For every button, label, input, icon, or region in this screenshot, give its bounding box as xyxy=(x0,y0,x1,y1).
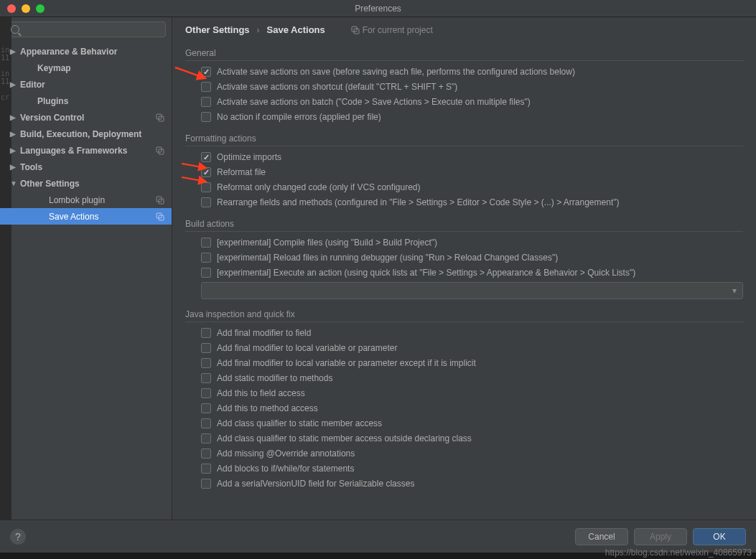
ok-button[interactable]: OK xyxy=(693,528,746,545)
option-row: Reformat file xyxy=(201,166,743,179)
option-label: Add this to field access xyxy=(217,388,305,398)
option-label: [experimental] Reload files in running d… xyxy=(217,253,558,263)
sidebar-item-appearance-behavior[interactable]: ▶Appearance & Behavior xyxy=(0,43,172,60)
checkbox[interactable] xyxy=(201,433,211,443)
sidebar-item-label: Save Actions xyxy=(49,212,98,222)
checkbox[interactable] xyxy=(201,388,211,398)
sidebar-item-label: Version Control xyxy=(20,113,84,123)
option-row: Add class qualifier to static member acc… xyxy=(201,417,743,430)
checkbox[interactable] xyxy=(201,268,211,278)
checkbox[interactable] xyxy=(201,67,211,77)
checkbox[interactable] xyxy=(201,358,211,368)
option-label: [experimental] Execute an action (using … xyxy=(217,268,635,278)
option-label: Activate save actions on shortcut (defau… xyxy=(217,82,457,92)
option-row: Add missing @Override annotations xyxy=(201,447,743,460)
titlebar: Preferences xyxy=(0,0,756,17)
sidebar-item-label: Other Settings xyxy=(20,179,80,189)
sidebar-item-languages-frameworks[interactable]: ▶Languages & Frameworks xyxy=(0,142,172,159)
option-row: [experimental] Reload files in running d… xyxy=(201,251,743,264)
project-scope-icon xyxy=(156,196,164,205)
chevron-right-icon: › xyxy=(257,25,260,35)
cancel-button[interactable]: Cancel xyxy=(575,528,628,545)
section-general-title: General xyxy=(185,48,743,61)
checkbox[interactable] xyxy=(201,82,211,92)
breadcrumb-root[interactable]: Other Settings xyxy=(185,24,250,35)
option-label: Rearrange fields and methods (configured… xyxy=(217,197,619,207)
sidebar-item-label: Editor xyxy=(20,80,45,90)
apply-button[interactable]: Apply xyxy=(634,528,687,545)
checkbox[interactable] xyxy=(201,418,211,428)
checkbox[interactable] xyxy=(201,112,211,122)
checkbox[interactable] xyxy=(201,373,211,383)
sidebar-item-lombok-plugin[interactable]: Lombok plugin xyxy=(0,192,172,208)
option-row: Add a serialVersionUID field for Seriali… xyxy=(201,477,743,490)
help-button[interactable]: ? xyxy=(10,529,26,545)
sidebar-item-save-actions[interactable]: Save Actions xyxy=(0,208,172,225)
sidebar-item-other-settings[interactable]: ▼Other Settings xyxy=(0,175,172,192)
option-label: Add class qualifier to static member acc… xyxy=(217,418,382,428)
settings-tree: ▶Appearance & BehaviorKeymap▶EditorPlugi… xyxy=(0,42,172,520)
checkbox[interactable] xyxy=(201,403,211,413)
breadcrumb: Other Settings › Save Actions For curren… xyxy=(185,24,743,35)
sidebar-item-label: Appearance & Behavior xyxy=(20,47,117,57)
option-label: Activate save actions on batch ("Code > … xyxy=(217,97,531,107)
checkbox[interactable] xyxy=(201,238,211,248)
option-label: Add final modifier to field xyxy=(217,328,311,338)
sidebar-item-plugins[interactable]: Plugins xyxy=(0,93,172,109)
option-row: Optimize imports xyxy=(201,151,743,164)
execute-action-select[interactable] xyxy=(201,282,743,299)
option-label: Add this to method access xyxy=(217,403,318,413)
section-java-title: Java inspection and quick fix xyxy=(185,309,743,322)
checkbox[interactable] xyxy=(201,182,211,192)
sidebar-item-label: Languages & Frameworks xyxy=(20,146,127,156)
sidebar-item-label: Build, Execution, Deployment xyxy=(20,129,141,139)
sidebar-item-editor[interactable]: ▶Editor xyxy=(0,76,172,93)
scope-text: For current project xyxy=(363,25,433,35)
option-label: Activate save actions on save (before sa… xyxy=(217,67,575,77)
search-input[interactable] xyxy=(6,22,166,37)
checkbox[interactable] xyxy=(201,464,211,474)
option-label: Optimize imports xyxy=(217,152,281,162)
option-row: Reformat only changed code (only if VCS … xyxy=(201,181,743,194)
sidebar-item-label: Lombok plugin xyxy=(49,195,105,205)
search-icon xyxy=(11,25,19,34)
option-row: Add class qualifier to static member acc… xyxy=(201,432,743,445)
option-row: [experimental] Execute an action (using … xyxy=(201,266,743,279)
sidebar-item-tools[interactable]: ▶Tools xyxy=(0,159,172,175)
section-general: Activate save actions on save (before sa… xyxy=(185,65,743,123)
option-row: Activate save actions on save (before sa… xyxy=(201,65,743,78)
checkbox[interactable] xyxy=(201,253,211,263)
option-row: Rearrange fields and methods (configured… xyxy=(201,196,743,209)
option-row: Add static modifier to methods xyxy=(201,372,743,385)
sidebar-item-version-control[interactable]: ▶Version Control xyxy=(0,109,172,126)
checkbox[interactable] xyxy=(201,479,211,489)
option-row: Add final modifier to local variable or … xyxy=(201,342,743,354)
option-label: No action if compile errors (applied per… xyxy=(217,112,381,122)
option-row: No action if compile errors (applied per… xyxy=(201,111,743,123)
window-title: Preferences xyxy=(0,4,756,14)
section-formatting-title: Formatting actions xyxy=(185,133,743,146)
tree-arrow-icon: ▶ xyxy=(10,163,17,171)
breadcrumb-leaf: Save Actions xyxy=(267,24,325,35)
option-row: Activate save actions on shortcut (defau… xyxy=(201,80,743,93)
checkbox[interactable] xyxy=(201,343,211,353)
tree-arrow-icon: ▶ xyxy=(10,113,17,121)
sidebar-item-build-execution-deployment[interactable]: ▶Build, Execution, Deployment xyxy=(0,126,172,142)
option-row: [experimental] Compile files (using "Bui… xyxy=(201,236,743,249)
checkbox[interactable] xyxy=(201,197,211,207)
checkbox[interactable] xyxy=(201,448,211,459)
section-java: Add final modifier to fieldAdd final mod… xyxy=(185,327,743,490)
checkbox[interactable] xyxy=(201,328,211,338)
checkbox[interactable] xyxy=(201,97,211,107)
sidebar-item-keymap[interactable]: Keymap xyxy=(0,60,172,76)
project-scope-icon xyxy=(156,212,164,221)
tree-arrow-icon: ▶ xyxy=(10,47,17,55)
watermark: https://blog.csdn.net/weixin_40865973 xyxy=(605,548,752,558)
option-row: Add final modifier to local variable or … xyxy=(201,357,743,370)
checkbox[interactable] xyxy=(201,152,211,162)
option-row: Activate save actions on batch ("Code > … xyxy=(201,95,743,108)
tree-arrow-icon: ▶ xyxy=(10,146,17,154)
section-formatting: Optimize importsReformat fileReformat on… xyxy=(185,151,743,209)
sidebar: ▶Appearance & BehaviorKeymap▶EditorPlugi… xyxy=(0,17,172,520)
checkbox[interactable] xyxy=(201,167,211,177)
